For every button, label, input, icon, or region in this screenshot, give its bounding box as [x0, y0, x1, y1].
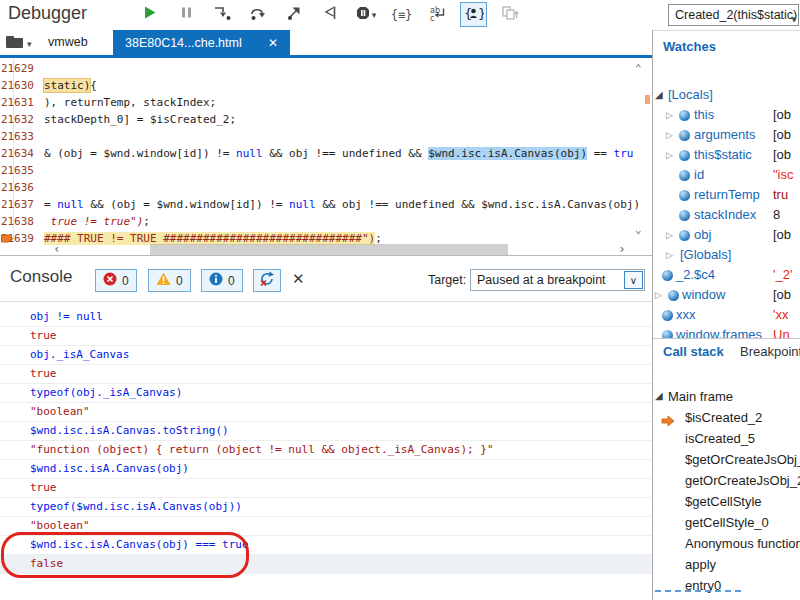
callstack-frame[interactable]: Anonymous function	[653, 533, 800, 554]
watch-row[interactable]: xxx'xx	[653, 305, 800, 325]
editor-line[interactable]: 21633	[0, 128, 652, 145]
watch-row[interactable]: returnTemptru	[653, 185, 800, 205]
watch-row[interactable]: ▷[Globals]	[653, 245, 800, 265]
exception-settings-button[interactable]: ▾	[352, 2, 379, 27]
line-number[interactable]: 21638	[0, 213, 34, 230]
line-number[interactable]: 21636	[0, 179, 34, 196]
break-on-new-worker-button[interactable]	[316, 2, 343, 27]
watch-row[interactable]: ▷obj[ob	[653, 225, 800, 245]
scroll-right-icon[interactable]: ›	[618, 241, 626, 255]
tab-call-stack[interactable]: Call stack	[663, 344, 724, 359]
variable-icon	[668, 290, 679, 301]
console-entry[interactable]: obj._isA_Canvas	[0, 346, 652, 365]
expand-icon[interactable]: ▷	[666, 145, 673, 165]
word-wrap-button[interactable]: abc	[424, 2, 451, 27]
chevron-down-icon: ▾	[372, 10, 377, 20]
step-into-button[interactable]	[208, 2, 235, 27]
source-maps-button[interactable]	[496, 2, 523, 27]
editor-line[interactable]: 21634& (obj = $wnd.window[id]) != null &…	[0, 145, 652, 162]
callstack-frame[interactable]: getCellStyle_0	[653, 512, 800, 533]
callstack-frame[interactable]: apply	[653, 554, 800, 575]
horizontal-scrollbar-thumb[interactable]	[150, 244, 508, 255]
editor-line[interactable]: 21631), returnTemp, stackIndex;	[0, 94, 652, 111]
watch-name: _2.$c4	[676, 265, 715, 285]
callstack-frame[interactable]: $getOrCreateJsObj_1	[653, 449, 800, 470]
callstack-frame[interactable]: entry0	[653, 575, 800, 596]
scroll-left-icon[interactable]: ‹	[53, 241, 61, 255]
watch-row[interactable]: id"isc	[653, 165, 800, 185]
console-entry[interactable]: "function (object) { return (object != n…	[0, 441, 652, 460]
clear-on-navigate-button[interactable]	[253, 269, 281, 292]
step-out-button[interactable]	[280, 2, 307, 27]
debug-controls: ▾ {≡} abc {}	[136, 2, 523, 27]
scroll-up-icon[interactable]: ⌃	[635, 62, 642, 75]
scroll-down-icon[interactable]: ⌄	[635, 223, 642, 236]
variable-icon	[679, 130, 690, 141]
editor-line[interactable]: 21630static){	[0, 77, 652, 94]
line-number[interactable]: 21635	[0, 162, 34, 179]
line-number[interactable]: 21633	[0, 128, 34, 145]
line-number[interactable]: 21637	[0, 196, 34, 213]
callstack-frame[interactable]: ◢Main frame	[653, 386, 800, 407]
editor-line[interactable]: 21632stackDepth_0] = $isCreated_2;	[0, 111, 652, 128]
callstack-frame[interactable]: $getCellStyle	[653, 491, 800, 512]
step-over-button[interactable]	[244, 2, 271, 27]
break-button[interactable]	[172, 2, 199, 27]
watch-row[interactable]: _2.$c4'_2'	[653, 265, 800, 285]
line-number[interactable]: 21629	[0, 60, 34, 77]
info-filter-button[interactable]: 0	[201, 269, 243, 292]
code-editor[interactable]: 2162921630static){21631), returnTemp, st…	[0, 58, 652, 255]
clear-console-button[interactable]: ✕	[292, 270, 305, 288]
target-dropdown[interactable]: Paused at a breakpoint ∨	[470, 269, 645, 291]
pretty-print-button[interactable]: {≡}	[388, 2, 415, 27]
continue-button[interactable]	[136, 2, 163, 27]
watch-row[interactable]: ◢[Locals]	[653, 85, 800, 105]
expand-icon[interactable]: ▷	[666, 125, 673, 145]
console-entry[interactable]: typeof($wnd.isc.isA.Canvas(obj))	[0, 498, 652, 517]
console-entry[interactable]: obj != null	[0, 308, 652, 327]
error-filter-button[interactable]: 0	[95, 269, 137, 292]
open-document-button[interactable]: ▾	[5, 34, 32, 53]
collapse-icon[interactable]: ◢	[655, 386, 663, 406]
line-number[interactable]: 21632	[0, 111, 34, 128]
collapse-icon[interactable]: ◢	[655, 85, 663, 105]
watch-row[interactable]: ▷this$static[ob	[653, 145, 800, 165]
callstack-frame[interactable]: $isCreated_2	[653, 407, 800, 428]
expand-icon[interactable]: ▷	[666, 225, 673, 245]
editor-line[interactable]: 21629	[0, 60, 652, 77]
console-entry[interactable]: $wnd.isc.isA.Canvas.toString()	[0, 422, 652, 441]
warning-filter-button[interactable]: 0	[148, 269, 191, 292]
expand-icon[interactable]: ▷	[666, 245, 673, 265]
console-entry[interactable]: true	[0, 365, 652, 384]
tab-vmweb[interactable]: vmweb	[36, 30, 100, 55]
line-number[interactable]: 21634	[0, 145, 34, 162]
watch-row[interactable]: ▷arguments[ob	[653, 125, 800, 145]
function-selector-dropdown[interactable]: Created_2(this$static) ▾	[668, 4, 799, 26]
close-icon[interactable]: ✕	[268, 36, 278, 50]
callstack-frame[interactable]: isCreated_5	[653, 428, 800, 449]
expand-icon[interactable]: ▷	[666, 105, 673, 125]
tab-breakpoints[interactable]: Breakpoints	[740, 344, 800, 359]
editor-line[interactable]: 21638 true != true");	[0, 213, 652, 230]
just-my-code-button[interactable]: {}	[460, 2, 487, 27]
watch-row[interactable]: stackIndex8	[653, 205, 800, 225]
console-entry[interactable]: true	[0, 479, 652, 498]
editor-line[interactable]: 21636	[0, 179, 652, 196]
console-entry[interactable]: true	[0, 327, 652, 346]
watch-row[interactable]: ▷this[ob	[653, 105, 800, 125]
console-entry[interactable]: "boolean"	[0, 403, 652, 422]
watch-name: this	[694, 105, 714, 125]
callstack-frame[interactable]: getOrCreateJsObj_2	[653, 470, 800, 491]
editor-line[interactable]: 21637= null && (obj = $wnd.window[id]) !…	[0, 196, 652, 213]
tab-active-document[interactable]: 38E80C14...che.html ✕	[113, 30, 290, 55]
watch-row[interactable]: ▷window[ob	[653, 285, 800, 305]
code-text: true != true");	[44, 215, 150, 228]
console-entry[interactable]: typeof(obj._isA_Canvas)	[0, 384, 652, 403]
console-entry[interactable]: $wnd.isc.isA.Canvas(obj)	[0, 460, 652, 479]
editor-line[interactable]: 21635	[0, 162, 652, 179]
expand-icon[interactable]: ▷	[655, 285, 662, 305]
callstack-frame[interactable]: Anonymous function.	[653, 596, 800, 600]
code-text: & (obj = $wnd.window[id]) != null && obj…	[44, 147, 633, 160]
line-number[interactable]: 21631	[0, 94, 34, 111]
line-number[interactable]: 21630	[0, 77, 34, 94]
